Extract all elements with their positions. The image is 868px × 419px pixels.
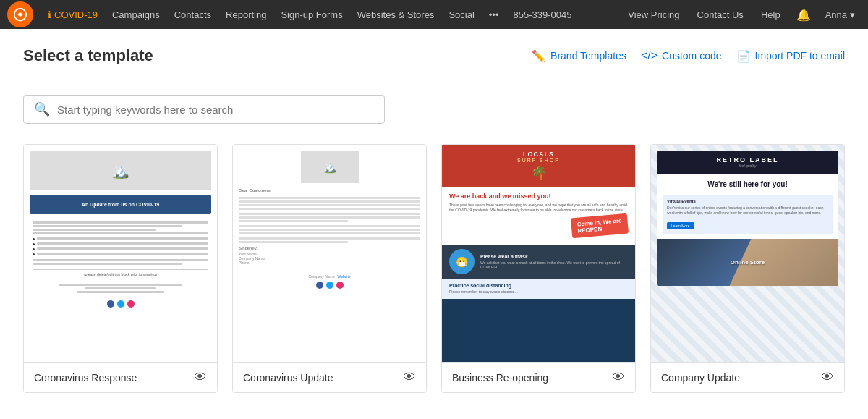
- nav-item-contacts[interactable]: Contacts: [167, 0, 218, 29]
- user-menu[interactable]: Anna ▾: [820, 9, 861, 20]
- nav-item-websites[interactable]: Websites & Stores: [350, 0, 442, 29]
- nav-contact-us[interactable]: Contact Us: [690, 0, 751, 29]
- header-actions: ✏️ Brand Templates </> Custom code 📄 Imp…: [532, 49, 845, 63]
- template-card-3[interactable]: LOCALS SURF SHOP 🌴 We are back and we mi…: [441, 144, 636, 393]
- nav-item-signup-forms[interactable]: Sign-up Forms: [273, 0, 349, 29]
- template-card-4[interactable]: RETRO LABEL feel quality We're still her…: [650, 144, 845, 393]
- template-card-2[interactable]: 🏔️ Dear Customers,: [232, 144, 427, 393]
- brand-templates-button[interactable]: ✏️ Brand Templates: [532, 49, 626, 63]
- pdf-icon: 📄: [736, 49, 751, 63]
- phone-number: 855-339-0045: [506, 9, 579, 20]
- app-logo[interactable]: [7, 1, 33, 27]
- nav-right: View Pricing Contact Us Help 🔔 Anna ▾: [621, 0, 861, 29]
- paint-icon: ✏️: [532, 49, 546, 63]
- page-header: Select a template ✏️ Brand Templates </>…: [23, 46, 845, 65]
- preview-eye-icon-4[interactable]: 👁: [821, 370, 834, 385]
- template-card-1[interactable]: 🏔️ An Update from us on COVID-19: [23, 144, 218, 393]
- template-preview-2: 🏔️ Dear Customers,: [233, 145, 426, 362]
- navbar: ℹ COVID-19 Campaigns Contacts Reporting …: [0, 0, 868, 29]
- nav-item-reporting[interactable]: Reporting: [218, 0, 273, 29]
- search-icon: 🔍: [34, 101, 50, 117]
- nav-view-pricing[interactable]: View Pricing: [621, 0, 686, 29]
- import-pdf-button[interactable]: 📄 Import PDF to email: [736, 49, 845, 63]
- template-name-2: Coronavirus Update: [243, 372, 333, 384]
- templates-grid: 🏔️ An Update from us on COVID-19: [23, 144, 845, 393]
- nav-item-social[interactable]: Social: [441, 0, 481, 29]
- nav-item-covid19[interactable]: ℹ COVID-19: [41, 0, 105, 29]
- template-preview-4: RETRO LABEL feel quality We're still her…: [651, 145, 844, 362]
- code-icon: </>: [641, 49, 658, 62]
- preview-eye-icon-3[interactable]: 👁: [612, 370, 625, 385]
- template-footer-3: Business Re-opening 👁: [442, 362, 635, 392]
- search-input[interactable]: [57, 103, 274, 116]
- nav-items: ℹ COVID-19 Campaigns Contacts Reporting …: [41, 0, 621, 29]
- template-footer-2: Coronavirus Update 👁: [233, 362, 426, 392]
- nav-help[interactable]: Help: [754, 0, 788, 29]
- template-preview-1: 🏔️ An Update from us on COVID-19: [24, 145, 217, 362]
- page-title: Select a template: [23, 46, 153, 65]
- nav-item-more[interactable]: •••: [482, 0, 506, 29]
- template-footer-1: Coronavirus Response 👁: [24, 362, 217, 392]
- template-footer-4: Company Update 👁: [651, 362, 844, 392]
- preview-eye-icon-2[interactable]: 👁: [403, 370, 416, 385]
- chevron-down-icon: ▾: [850, 9, 855, 20]
- preview-eye-icon-1[interactable]: 👁: [194, 370, 207, 385]
- template-name-4: Company Update: [661, 372, 740, 384]
- template-name-1: Coronavirus Response: [34, 372, 137, 384]
- divider: [23, 80, 845, 80]
- notifications-bell[interactable]: 🔔: [791, 8, 817, 22]
- search-container: 🔍: [23, 95, 385, 124]
- main-content: Select a template ✏️ Brand Templates </>…: [0, 29, 868, 419]
- nav-item-campaigns[interactable]: Campaigns: [105, 0, 167, 29]
- template-preview-3: LOCALS SURF SHOP 🌴 We are back and we mi…: [442, 145, 635, 362]
- custom-code-button[interactable]: </> Custom code: [641, 49, 722, 62]
- info-icon: ℹ: [48, 9, 51, 20]
- template-name-3: Business Re-opening: [452, 372, 548, 384]
